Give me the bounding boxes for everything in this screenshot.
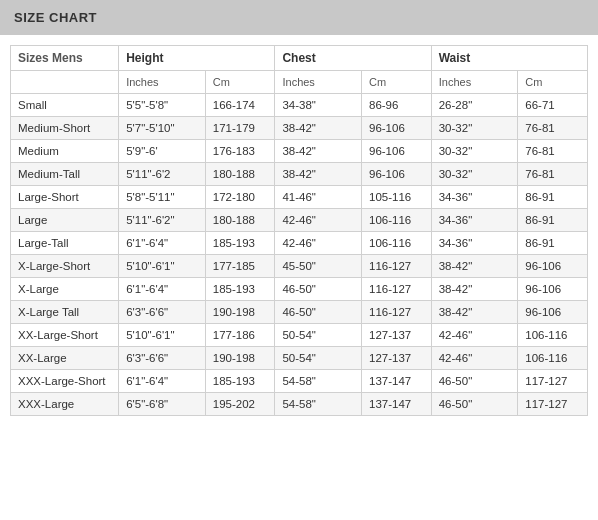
size-value: 195-202 — [205, 393, 275, 416]
size-value: 180-188 — [205, 163, 275, 186]
table-row: X-Large Tall6'3"-6'6"190-19846-50"116-12… — [11, 301, 588, 324]
size-name: Large-Short — [11, 186, 119, 209]
size-value: 42-46" — [275, 209, 362, 232]
size-value: 76-81 — [518, 140, 588, 163]
size-name: Medium-Tall — [11, 163, 119, 186]
size-value: 86-91 — [518, 209, 588, 232]
size-name: Medium — [11, 140, 119, 163]
size-value: 117-127 — [518, 370, 588, 393]
table-row: Large-Tall6'1"-6'4"185-19342-46"106-1163… — [11, 232, 588, 255]
size-value: 30-32" — [431, 140, 518, 163]
size-value: 106-116 — [362, 209, 432, 232]
size-value: 30-32" — [431, 163, 518, 186]
table-row: Medium-Short5'7"-5'10"171-17938-42"96-10… — [11, 117, 588, 140]
size-value: 42-46" — [431, 324, 518, 347]
header-size-blank — [11, 71, 119, 94]
size-value: 54-58" — [275, 393, 362, 416]
size-name: Large-Tall — [11, 232, 119, 255]
size-value: 6'1"-6'4" — [119, 278, 206, 301]
size-value: 185-193 — [205, 278, 275, 301]
table-row: Small5'5"-5'8"166-17434-38"86-9626-28"66… — [11, 94, 588, 117]
size-value: 5'10"-6'1" — [119, 324, 206, 347]
size-value: 96-106 — [518, 301, 588, 324]
size-value: 86-96 — [362, 94, 432, 117]
header-waist-cm: Cm — [518, 71, 588, 94]
size-name: XX-Large-Short — [11, 324, 119, 347]
header-waist: Waist — [431, 46, 587, 71]
size-value: 185-193 — [205, 232, 275, 255]
size-value: 30-32" — [431, 117, 518, 140]
table-row: Large-Short5'8"-5'11"172-18041-46"105-11… — [11, 186, 588, 209]
size-value: 6'3"-6'6" — [119, 347, 206, 370]
header-height-cm: Cm — [205, 71, 275, 94]
size-value: 6'3"-6'6" — [119, 301, 206, 324]
header-height-inches: Inches — [119, 71, 206, 94]
size-value: 50-54" — [275, 347, 362, 370]
size-name: XX-Large — [11, 347, 119, 370]
table-row: XXX-Large-Short6'1"-6'4"185-19354-58"137… — [11, 370, 588, 393]
size-value: 137-147 — [362, 370, 432, 393]
size-value: 6'1"-6'4" — [119, 370, 206, 393]
size-value: 76-81 — [518, 163, 588, 186]
table-row: XX-Large6'3"-6'6"190-19850-54"127-13742-… — [11, 347, 588, 370]
size-value: 38-42" — [275, 140, 362, 163]
size-value: 5'8"-5'11" — [119, 186, 206, 209]
header-waist-inches: Inches — [431, 71, 518, 94]
size-value: 38-42" — [275, 163, 362, 186]
table-row: Medium5'9"-6'176-18338-42"96-10630-32"76… — [11, 140, 588, 163]
size-value: 137-147 — [362, 393, 432, 416]
size-value: 176-183 — [205, 140, 275, 163]
table-row: Large5'11"-6'2"180-18842-46"106-11634-36… — [11, 209, 588, 232]
size-value: 34-36" — [431, 186, 518, 209]
size-value: 86-91 — [518, 232, 588, 255]
size-value: 105-116 — [362, 186, 432, 209]
size-name: X-Large — [11, 278, 119, 301]
size-value: 5'11"-6'2" — [119, 209, 206, 232]
size-value: 180-188 — [205, 209, 275, 232]
page-title: SIZE CHART — [0, 0, 598, 35]
size-name: X-Large Tall — [11, 301, 119, 324]
table-row: XX-Large-Short5'10"-6'1"177-18650-54"127… — [11, 324, 588, 347]
size-value: 106-116 — [518, 347, 588, 370]
size-value: 116-127 — [362, 255, 432, 278]
size-value: 117-127 — [518, 393, 588, 416]
size-value: 190-198 — [205, 301, 275, 324]
header-chest-cm: Cm — [362, 71, 432, 94]
size-value: 34-36" — [431, 209, 518, 232]
size-value: 38-42" — [431, 301, 518, 324]
header-chest: Chest — [275, 46, 431, 71]
size-value: 86-91 — [518, 186, 588, 209]
header-height: Height — [119, 46, 275, 71]
size-name: XXX-Large-Short — [11, 370, 119, 393]
column-sub-header: Inches Cm Inches Cm Inches Cm — [11, 71, 588, 94]
size-value: 96-106 — [362, 140, 432, 163]
size-value: 177-186 — [205, 324, 275, 347]
size-value: 177-185 — [205, 255, 275, 278]
size-name: Small — [11, 94, 119, 117]
size-value: 116-127 — [362, 278, 432, 301]
size-value: 46-50" — [275, 278, 362, 301]
size-value: 190-198 — [205, 347, 275, 370]
size-value: 5'7"-5'10" — [119, 117, 206, 140]
size-value: 185-193 — [205, 370, 275, 393]
size-value: 5'5"-5'8" — [119, 94, 206, 117]
size-value: 127-137 — [362, 347, 432, 370]
size-value: 46-50" — [431, 393, 518, 416]
size-value: 41-46" — [275, 186, 362, 209]
size-value: 6'5"-6'8" — [119, 393, 206, 416]
size-name: XXX-Large — [11, 393, 119, 416]
size-name: Medium-Short — [11, 117, 119, 140]
size-value: 106-116 — [518, 324, 588, 347]
column-group-header: Sizes Mens Height Chest Waist — [11, 46, 588, 71]
size-value: 96-106 — [362, 117, 432, 140]
size-value: 76-81 — [518, 117, 588, 140]
size-value: 116-127 — [362, 301, 432, 324]
size-value: 96-106 — [518, 255, 588, 278]
size-value: 42-46" — [275, 232, 362, 255]
table-row: X-Large-Short5'10"-6'1"177-18545-50"116-… — [11, 255, 588, 278]
size-value: 34-38" — [275, 94, 362, 117]
size-value: 34-36" — [431, 232, 518, 255]
size-value: 172-180 — [205, 186, 275, 209]
size-value: 166-174 — [205, 94, 275, 117]
size-value: 5'10"-6'1" — [119, 255, 206, 278]
